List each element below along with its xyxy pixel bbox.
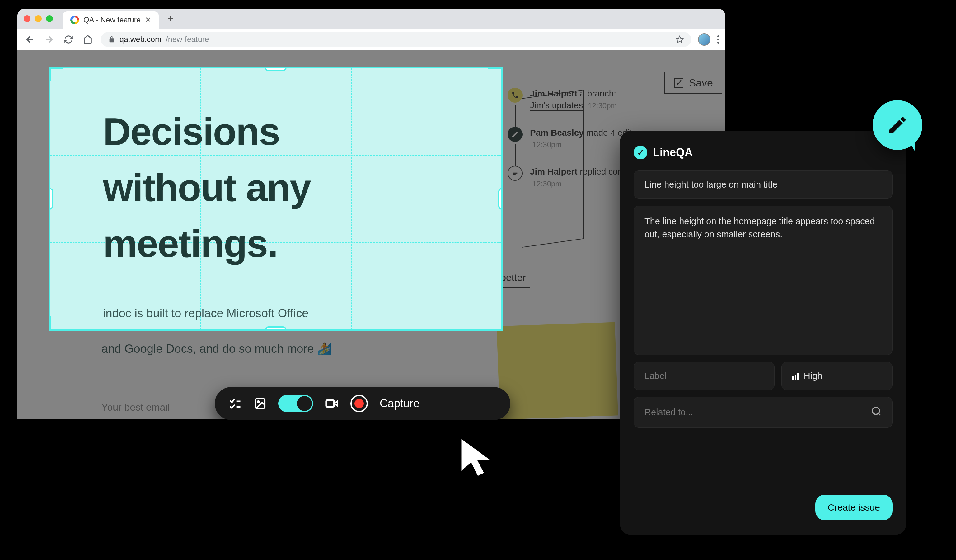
selection-handle-top[interactable] (265, 67, 287, 71)
issue-description-input[interactable]: The line height on the homepage title ap… (634, 205, 893, 355)
new-tab-button[interactable]: + (162, 13, 178, 25)
lock-icon (108, 36, 115, 43)
selection-corner-br[interactable] (488, 317, 503, 331)
record-button[interactable] (351, 395, 368, 412)
address-bar[interactable]: qa.web.com/new-feature (101, 32, 691, 47)
edit-fab[interactable] (873, 100, 922, 150)
selection-corner-tr[interactable] (488, 67, 503, 81)
label-select[interactable]: Label (634, 362, 775, 390)
search-icon (871, 406, 882, 419)
screenshot-toggle[interactable] (278, 395, 313, 412)
label-placeholder: Label (645, 371, 667, 381)
lineqa-panel: ✓ LineQA Line height too large on main t… (620, 131, 906, 535)
url-domain: qa.web.com (120, 35, 162, 44)
browser-window: QA - New feature ✕ + qa.web.com/new-feat… (17, 9, 725, 419)
lineqa-logo-icon: ✓ (634, 146, 647, 159)
headline-line2: without any (103, 166, 311, 209)
tab-title: QA - New feature (83, 16, 141, 24)
bookmark-star-icon[interactable] (676, 36, 684, 44)
capture-toolbar: Capture (215, 387, 510, 420)
priority-value: High (804, 371, 822, 381)
url-path: /new-feature (166, 35, 209, 44)
back-button[interactable] (24, 33, 36, 46)
screenshot-selection[interactable]: Decisions without any meetings. indoc is… (49, 67, 503, 331)
browser-toolbar: qa.web.com/new-feature (17, 28, 725, 50)
panel-header: ✓ LineQA (634, 146, 893, 159)
selection-corner-tl[interactable] (49, 67, 63, 81)
toggle-knob (297, 396, 312, 411)
issue-title-input[interactable]: Line height too large on main title (634, 171, 893, 199)
selection-handle-bottom[interactable] (265, 326, 287, 331)
create-issue-button[interactable]: Create issue (815, 495, 893, 520)
browser-tab[interactable]: QA - New feature ✕ (63, 11, 159, 28)
profile-avatar[interactable] (698, 33, 711, 46)
hero-subtext-line1: indoc is built to replace Microsoft Offi… (103, 304, 308, 322)
favicon-icon (70, 16, 79, 24)
cursor-icon (458, 435, 498, 483)
svg-point-5 (258, 401, 259, 403)
pencil-icon (887, 114, 908, 136)
maximize-window-button[interactable] (46, 15, 53, 22)
forward-button[interactable] (43, 33, 55, 46)
close-tab-icon[interactable]: ✕ (145, 16, 151, 24)
window-controls (24, 15, 53, 22)
headline-line3: meetings. (103, 222, 278, 265)
record-dot-icon (354, 399, 364, 408)
headline-line1: Decisions (103, 110, 280, 153)
close-window-button[interactable] (24, 15, 30, 22)
image-icon[interactable] (254, 397, 266, 410)
browser-tab-bar: QA - New feature ✕ + (17, 9, 725, 28)
reload-button[interactable] (62, 33, 75, 46)
video-icon[interactable] (325, 397, 338, 410)
capture-label[interactable]: Capture (380, 397, 420, 410)
svg-point-7 (872, 407, 879, 414)
minimize-window-button[interactable] (35, 15, 42, 22)
selection-corner-bl[interactable] (49, 317, 63, 331)
panel-brand: LineQA (653, 146, 693, 159)
related-placeholder: Related to... (645, 407, 693, 417)
svg-marker-0 (676, 36, 683, 42)
selection-handle-left[interactable] (49, 188, 53, 210)
related-to-input[interactable]: Related to... (634, 397, 893, 428)
priority-select[interactable]: High (781, 362, 893, 390)
home-button[interactable] (82, 33, 94, 46)
priority-bars-icon (792, 373, 799, 380)
page-content: Save Jim Halpert a branch: Jim's updates… (17, 50, 725, 419)
browser-menu-button[interactable] (717, 36, 719, 44)
hero-headline: Decisions without any meetings. (103, 104, 311, 271)
checklist-icon[interactable] (228, 397, 242, 410)
selection-handle-right[interactable] (498, 188, 503, 210)
